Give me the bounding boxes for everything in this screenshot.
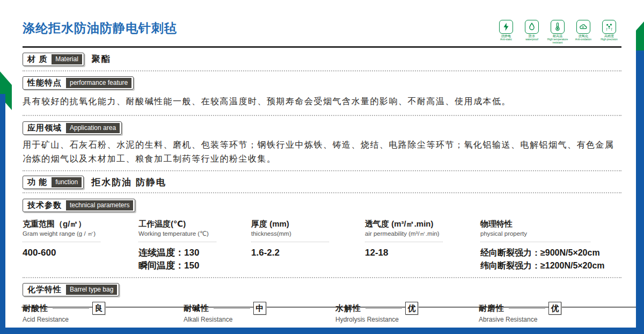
chem-rating-badge: 良 [92, 302, 105, 315]
chemical-label-en: Barrel type bag [66, 285, 117, 295]
chem-subtitle: Hydrolysis Resistance [335, 316, 479, 323]
param-title: 克重范围（g/㎡） [23, 219, 133, 229]
function-label-en: function [52, 177, 82, 187]
chem-rating-badge: 优 [405, 302, 418, 315]
right-green-accent [636, 21, 644, 52]
connector-line [365, 308, 402, 309]
page-title: 涤纶拒水防油防静电针刺毡 [23, 20, 621, 35]
param-subtitle: Working temperature (℃) [138, 230, 246, 238]
application-label-en: Application area [66, 123, 120, 133]
technical-header: 技术参数 technical parameters [23, 199, 135, 212]
material-value: 聚酯 [92, 54, 111, 65]
connector-line [214, 308, 250, 309]
content-column: 涤纶拒水防油防静电针刺毡 材 质 Material 聚酯 性能特点 perfor… [23, 0, 621, 334]
dotted-underline [138, 242, 216, 242]
param-air-permeability: 透气度 (m³/㎡.min) air permeability (m³/㎡.mi… [365, 219, 480, 259]
dotted-underline [23, 242, 100, 242]
material-label-zh: 材 质 [27, 54, 47, 64]
param-subtitle: thickness(mm) [251, 230, 360, 238]
connector-line [509, 308, 545, 309]
performance-label-zh: 性能特点 [27, 78, 62, 88]
dotted-underline [365, 242, 443, 242]
section-performance: 性能特点 performance feature [23, 76, 621, 90]
connector-line [53, 308, 89, 309]
section-chemical: 化学特性 Barrel type bag [23, 283, 621, 296]
chemical-properties-row: 耐酸性 良 Acid Resistance 耐碱性 中 Alkali Resis… [23, 302, 621, 323]
section-function: 功 能 function 拒水防油 防静电 [23, 176, 621, 189]
function-header: 功 能 function [23, 176, 84, 189]
technical-parameters-table: 克重范围（g/㎡） Gram weight range (g / ㎡) 400-… [23, 219, 621, 272]
chem-subtitle: Alkali Resistance [184, 316, 335, 323]
dotted-divider [23, 70, 621, 71]
chem-subtitle: Abrasive Resistance [479, 316, 621, 323]
param-title: 厚度 (mm) [251, 219, 360, 229]
param-value: 400-600 [23, 247, 133, 259]
param-value: 瞬间温度：150 [138, 260, 246, 272]
param-subtitle: Gram weight range (g / ㎡) [23, 230, 133, 238]
material-header: 材 质 Material [23, 53, 84, 66]
performance-label-en: performance feature [66, 78, 131, 88]
right-blue-accent [636, 50, 644, 334]
dotted-divider [23, 277, 621, 278]
chem-rating-badge: 优 [548, 302, 561, 315]
product-spec-page: 抗静电 Anti-static 防水 waterproof 耐高温 High t… [0, 0, 644, 334]
chem-hydrolysis-resistance: 水解性 优 Hydrolysis Resistance [335, 302, 479, 323]
function-value: 拒水防油 防静电 [91, 176, 166, 188]
param-value: 1.6-2.2 [251, 247, 360, 259]
chemical-header: 化学特性 Barrel type bag [23, 283, 119, 296]
dotted-divider [23, 115, 621, 116]
param-gram-weight: 克重范围（g/㎡） Gram weight range (g / ㎡) 400-… [23, 219, 138, 259]
function-label-zh: 功 能 [27, 177, 47, 187]
param-subtitle: air permeability (m³/㎡.min) [365, 230, 475, 238]
chem-abrasive-resistance: 耐磨性 优 Abrasive Resistance [479, 302, 621, 323]
dotted-divider [23, 192, 621, 193]
chem-title: 耐碱性 [184, 303, 209, 314]
param-value: 12-18 [365, 247, 475, 259]
application-label-zh: 应用领域 [27, 123, 62, 133]
chem-title: 耐酸性 [23, 303, 48, 314]
performance-text: 具有较好的抗氧化能力、耐酸碱性能一般、在较高温度时、预期寿命会受烟气含水量的影响… [23, 95, 621, 108]
application-text: 用于矿山、石灰石粉、水泥的生料、磨机、包装等环节；钢铁行业中炼铁、铸造、烧结、电… [23, 138, 621, 166]
chem-acid-resistance: 耐酸性 良 Acid Resistance [23, 302, 184, 323]
left-blue-accent [0, 94, 5, 334]
dotted-divider [23, 170, 621, 171]
param-thickness: 厚度 (mm) thickness(mm) 1.6-2.2 [251, 219, 365, 259]
technical-label-en: technical parameters [66, 200, 133, 210]
section-material: 材 质 Material 聚酯 [23, 53, 621, 66]
dotted-underline [251, 242, 329, 242]
param-title: 透气度 (m³/㎡.min) [365, 219, 475, 229]
performance-header: 性能特点 performance feature [23, 76, 134, 90]
chemical-label-zh: 化学特性 [27, 285, 62, 295]
material-label-en: Material [52, 54, 82, 64]
chem-subtitle: Acid Resistance [23, 316, 184, 323]
param-working-temperature: 工作温度(℃) Working temperature (℃) 连续温度：130… [138, 219, 251, 272]
param-value: 连续温度：130 [138, 247, 246, 259]
param-value: 纬向断裂强力：≥1200N/5×20cm [480, 260, 616, 272]
chem-title: 耐磨性 [479, 303, 504, 314]
application-header: 应用领域 Application area [23, 121, 122, 135]
section-application: 应用领域 Application area [23, 121, 621, 135]
param-subtitle: physical property [480, 230, 616, 238]
param-title: 物理特性 [480, 219, 616, 229]
param-title: 工作温度(℃) [138, 219, 246, 229]
section-technical: 技术参数 technical parameters [23, 199, 621, 212]
technical-label-zh: 技术参数 [27, 200, 62, 210]
param-value: 经向断裂强力：≥900N/5×20cm [480, 247, 616, 259]
title-rule [23, 46, 621, 48]
dotted-underline [480, 242, 590, 242]
chem-alkali-resistance: 耐碱性 中 Alkali Resistance [184, 302, 335, 323]
chem-rating-badge: 中 [253, 302, 266, 315]
chem-title: 水解性 [335, 303, 361, 314]
param-physical-property: 物理特性 physical property 经向断裂强力：≥900N/5×20… [480, 219, 621, 272]
